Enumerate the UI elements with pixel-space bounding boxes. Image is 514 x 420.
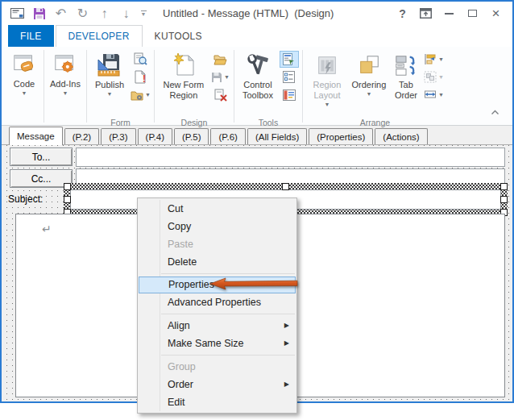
property-sheet-icon[interactable] [280,69,299,85]
subject-label: Subject: [8,193,43,205]
group-button: ▼ [424,69,444,85]
close-icon[interactable]: × [484,5,508,23]
resize-handle-top-middle[interactable] [282,183,289,190]
resize-handle-middle-left[interactable] [64,196,71,203]
move-down-icon[interactable]: ↓ [115,4,137,23]
screenshot-page: ↶ ↻ ↑ ↓ ▼ Untitled - Message (HTML) (Des… [0,0,514,420]
add-ins-button[interactable]: Add-Ins ▼ [44,48,86,117]
view-code-icon[interactable] [131,51,150,68]
save-region-icon [211,72,222,83]
form-tab-all-fields[interactable]: (All Fields) [247,128,307,144]
menu-item-align-label: Align [168,320,190,331]
form-tab-p2[interactable]: (P.2) [64,128,99,144]
maximize-icon[interactable] [461,5,484,23]
publish-button-label: Publish [95,80,124,90]
ribbon-group-form: Publish ▼ ! ▼ [87,48,154,125]
form-attributes-button[interactable]: ▼ [131,86,151,103]
region-layout-label: Region Layout [306,80,348,101]
align-button[interactable]: ▼ [424,51,444,68]
size-icon [424,89,437,101]
form-group-small-buttons: ! ▼ [131,48,151,104]
align-icon [424,53,437,65]
callout-arrow-icon [209,277,299,293]
field-chooser-icon[interactable] [280,51,299,68]
collapse-ribbon-icon[interactable] [491,104,499,119]
advanced-properties-icon[interactable] [280,86,299,103]
resize-handle-top-left[interactable] [64,183,71,190]
region-layout-icon [315,51,339,80]
undo-icon[interactable]: ↶ [50,4,72,23]
move-up-icon[interactable]: ↑ [93,4,115,23]
code-button[interactable]: Code ▼ [5,48,44,117]
qat-customize-icon[interactable]: ▼ [137,10,150,17]
menu-item-edit[interactable]: Edit [138,393,296,411]
ribbon-tab-bar: FILE DEVELOPER KUTOOLS [2,25,512,47]
save-icon[interactable] [28,4,50,23]
to-field[interactable] [76,148,505,167]
paragraph-mark: ↵ [42,222,52,235]
code-button-label: Code [14,79,35,89]
dropdown-caret-icon: ▼ [22,90,27,96]
menu-item-make-same-size[interactable]: Make Same Size▶ [138,335,296,352]
resize-handle-middle-right[interactable] [500,196,508,203]
form-tab-properties[interactable]: (Properties) [309,128,373,144]
group-icon [424,71,437,83]
svg-text:!: ! [143,73,146,84]
tab-kutools[interactable]: KUTOOLS [143,25,214,47]
to-button[interactable]: To... [10,148,73,166]
form-tab-message[interactable]: Message [9,127,63,145]
tab-order-label: Tab Order [390,80,422,101]
close-region-icon[interactable] [211,86,230,103]
new-form-region-button[interactable]: New Form Region [158,48,209,118]
control-toolbox-button[interactable]: Control Toolbox [238,48,278,118]
form-tab-p3[interactable]: (P.3) [101,128,135,144]
tools-group-small-buttons [280,48,299,104]
menu-separator [161,355,295,356]
ribbon-display-options-icon[interactable] [414,5,437,23]
publish-button[interactable]: Publish ▼ [90,48,129,118]
ribbon-group-design: New Form Region ▼ [155,48,234,125]
menu-item-align[interactable]: Align▶ [138,317,296,335]
dropdown-caret-icon: ▼ [145,92,151,98]
title-bar: ↶ ↻ ↑ ↓ ▼ Untitled - Message (HTML) (Des… [2,2,512,25]
publish-icon [97,51,122,80]
new-form-region-label: New Form Region [158,80,209,101]
dropdown-caret-icon: ▼ [366,91,371,97]
form-tab-p4[interactable]: (P.4) [138,128,172,144]
menu-item-copy[interactable]: Copy [138,218,296,235]
menu-item-advanced-properties[interactable]: Advanced Properties [138,293,296,311]
dropdown-caret-icon: ▼ [438,92,444,98]
ordering-button[interactable]: Ordering ▼ [348,48,390,118]
run-this-form-icon[interactable]: ! [131,69,150,85]
menu-item-delete[interactable]: Delete [138,253,296,271]
caption-buttons: ? × [391,5,508,23]
window-title: Untitled - Message (HTML) (Design) [163,7,334,19]
form-tab-actions[interactable]: (Actions) [375,128,427,144]
group-label-design: Design [155,118,234,130]
form-tab-p5[interactable]: (P.5) [174,128,209,144]
menu-item-order[interactable]: Order▶ [138,376,296,393]
minimize-icon[interactable] [437,5,461,23]
open-region-icon[interactable] [211,51,230,68]
tab-developer[interactable]: DEVELOPER [56,25,143,47]
menu-item-paste: Paste [138,235,296,253]
resize-handle-top-right[interactable] [500,183,508,190]
size-button[interactable]: ▼ [424,86,444,103]
ribbon: Code ▼ Add-Ins ▼ [2,47,512,126]
save-region-button[interactable]: ▼ [211,69,230,85]
dropdown-caret-icon: ▼ [324,102,330,107]
submenu-arrow-icon: ▶ [284,335,289,352]
tab-order-button[interactable]: Tab Order [390,48,422,118]
menu-item-cut[interactable]: Cut [138,200,296,218]
form-tab-p6[interactable]: (P.6) [210,128,245,144]
menu-item-make-same-size-label: Make Same Size [168,338,243,349]
dropdown-caret-icon: ▼ [107,91,113,97]
tab-file[interactable]: FILE [8,25,54,47]
message-icon[interactable] [6,4,28,23]
submenu-arrow-icon: ▶ [284,376,289,393]
menu-item-order-label: Order [168,379,193,390]
tab-order-icon [394,51,418,80]
redo-icon[interactable]: ↻ [72,4,93,23]
help-icon[interactable]: ? [391,5,414,23]
quick-access-toolbar: ↶ ↻ ↑ ↓ ▼ [6,4,150,23]
